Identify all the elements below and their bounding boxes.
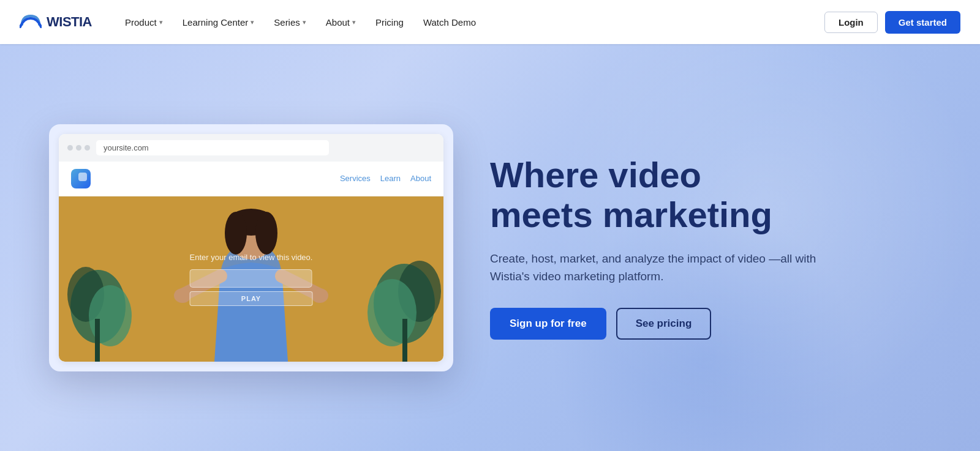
see-pricing-button[interactable]: See pricing (616, 308, 712, 340)
header-actions: Login Get started (824, 11, 960, 34)
svg-point-13 (174, 288, 191, 303)
mock-nav-learn: Learn (380, 174, 401, 183)
svg-rect-7 (402, 319, 407, 362)
hero-content: Where video meets marketing Create, host… (490, 155, 870, 340)
nav-item-product[interactable]: Product ▾ (116, 13, 172, 31)
mock-nav-about: About (410, 174, 431, 183)
browser-content: Services Learn About (59, 162, 443, 362)
browser-bar: yoursite.com (59, 134, 443, 162)
nav-item-about[interactable]: About ▾ (317, 13, 364, 31)
dot-3 (85, 145, 90, 151)
email-input-mock[interactable] (190, 269, 312, 288)
email-gate-text: Enter your email to view this video. (190, 252, 313, 263)
chevron-down-icon: ▾ (303, 18, 306, 26)
svg-point-11 (225, 212, 247, 255)
email-gate-overlay: Enter your email to view this video. PLA… (190, 252, 313, 305)
svg-point-6 (368, 279, 417, 346)
dot-2 (76, 145, 81, 151)
hero-buttons: Sign up for free See pricing (490, 308, 870, 340)
svg-rect-3 (95, 319, 100, 362)
browser-dots (67, 145, 90, 151)
browser-mockup: yoursite.com Services Learn About (49, 124, 453, 371)
wistia-logo-icon (20, 13, 42, 31)
nav-item-series[interactable]: Series ▾ (265, 13, 315, 31)
svg-point-14 (311, 288, 328, 303)
chevron-down-icon: ▾ (159, 18, 163, 26)
browser-window: yoursite.com Services Learn About (59, 134, 443, 362)
mock-nav-services: Services (340, 174, 371, 183)
chevron-down-icon: ▾ (251, 18, 254, 26)
mock-site-logo (71, 169, 91, 188)
main-nav: Product ▾ Learning Center ▾ Series ▾ Abo… (116, 13, 824, 31)
video-area: Enter your email to view this video. PLA… (59, 196, 443, 362)
dot-1 (67, 145, 73, 151)
hero-headline: Where video meets marketing (490, 155, 870, 235)
login-button[interactable]: Login (824, 12, 878, 33)
url-bar: yoursite.com (96, 140, 329, 155)
mock-nav-links: Services Learn About (340, 174, 431, 183)
hero-subtext: Create, host, market, and analyze the im… (490, 250, 821, 286)
mock-site-nav: Services Learn About (59, 162, 443, 196)
nav-item-pricing[interactable]: Pricing (367, 13, 412, 31)
logo[interactable]: WISTIA (20, 13, 92, 31)
chevron-down-icon: ▾ (352, 18, 356, 26)
play-button-mock[interactable]: PLAY (190, 291, 313, 306)
svg-point-12 (255, 212, 277, 255)
header: WISTIA Product ▾ Learning Center ▾ Serie… (0, 0, 980, 44)
nav-item-learning-center[interactable]: Learning Center ▾ (174, 13, 263, 31)
signup-button[interactable]: Sign up for free (490, 308, 606, 340)
nav-item-watch-demo[interactable]: Watch Demo (415, 13, 484, 31)
get-started-button[interactable]: Get started (885, 11, 960, 34)
hero-section: yoursite.com Services Learn About (0, 44, 980, 451)
